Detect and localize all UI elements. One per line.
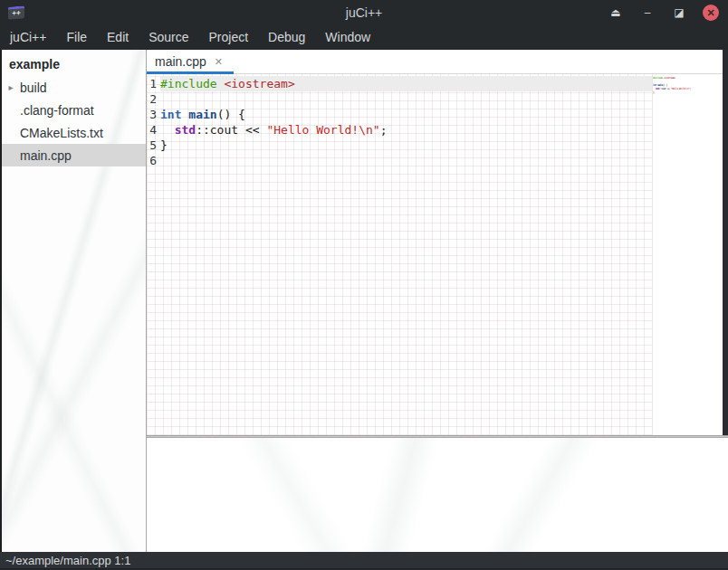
menu-item-window[interactable]: Window [315,25,380,50]
line-number: 2 [147,91,160,107]
token-namespace: std [175,123,196,137]
status-bar: ~/example/main.cpp 1:1 [0,552,728,570]
menu-item-edit[interactable]: Edit [97,25,139,50]
content-area: example ▸build.clang-formatCMakeLists.tx… [0,50,728,552]
tree-item-label: CMakeLists.txt [20,126,103,140]
code-line: 5} [147,138,652,153]
tab-label: main.cpp [155,54,206,69]
close-icon: ✕ [706,7,714,19]
token-plain: ; [690,87,691,90]
minimap-line [653,94,723,98]
code-line: 4 std::cout << "Hello World!\n"; [147,122,652,138]
tree-item-build[interactable]: ▸build [2,76,146,99]
line-text [160,153,652,168]
tab-main-cpp[interactable]: main.cpp✕ [147,50,234,73]
menu-item-juci[interactable]: juCi++ [0,25,56,50]
window-controls: ⏏–◪✕ [608,0,719,25]
token-preproc: #include [160,77,217,90]
line-text: } [160,138,652,153]
expander-icon[interactable]: ▸ [2,82,20,92]
minimize-button[interactable]: – [639,5,656,21]
token-plain: << [238,123,266,137]
minimize-icon: – [645,6,651,19]
token-plain: :: [196,123,210,137]
main-panel: main.cpp✕ 1#include <iostream>23int main… [147,50,728,552]
token-preproc: #include [653,76,662,80]
code-editor[interactable]: 1#include <iostream>23int main() {4 std:… [147,74,652,435]
token-plain: } [160,138,168,152]
line-text: std::cout << "Hello World!\n"; [160,122,652,138]
line-number: 4 [147,122,160,138]
shade-icon: ⏏ [610,6,620,19]
tree-item-label: .clang-format [20,103,94,118]
code-line: 1#include <iostream> [147,76,652,91]
code-line: 2 [147,91,652,107]
minimap[interactable]: #include <iostream>int main() { std::cou… [652,74,723,435]
token-string: "Hello World!\n" [266,123,379,137]
line-text: int main() { [160,107,652,122]
window-titlebar: ++ juCi++ ⏏–◪✕ [0,0,728,25]
token-keyword: int [160,108,181,121]
tree-item-main-cpp[interactable]: main.cpp [2,144,146,166]
sidebar: example ▸build.clang-formatCMakeLists.tx… [2,50,147,552]
menu-item-file[interactable]: File [56,25,97,50]
token-plain: } [653,90,654,94]
line-number: 3 [147,107,160,122]
maximize-icon: ◪ [674,6,684,19]
status-text: ~/example/main.cpp 1:1 [5,554,130,567]
tree-item-label: main.cpp [20,148,72,163]
maximize-button[interactable]: ◪ [671,5,687,21]
menubar: juCi++FileEditSourceProjectDebugWindow [0,25,728,50]
token-plain: () { [217,108,245,121]
project-name: example [2,50,146,76]
line-number: 6 [147,153,160,168]
code-line: 3int main() { [147,107,652,122]
token-plain: ; [380,123,388,137]
editor-scrollbar[interactable] [723,50,728,435]
tab-close-icon[interactable]: ✕ [215,56,223,68]
token-incfile: <iostream> [224,77,294,90]
line-text: #include <iostream> [160,76,652,91]
tree-item-label: build [20,81,47,95]
token-function: main [188,108,216,121]
shade-button[interactable]: ⏏ [608,5,624,21]
tab-bar: main.cpp✕ [147,50,723,74]
menu-item-project[interactable]: Project [199,25,259,50]
line-number: 5 [147,138,160,153]
editor-region: 1#include <iostream>23int main() {4 std:… [147,74,723,435]
terminal-panel[interactable] [147,438,728,552]
tree-item-cmakelists-txt[interactable]: CMakeLists.txt [2,121,146,144]
line-text [160,91,652,107]
token-plain: cout [210,123,238,137]
menu-item-debug[interactable]: Debug [258,25,315,50]
line-number: 1 [147,76,160,91]
token-string: "Hello World!\n" [671,87,690,90]
file-tree: ▸build.clang-formatCMakeLists.txtmain.cp… [2,76,146,166]
code-line: 6 [147,153,652,168]
close-button[interactable]: ✕ [703,5,719,21]
token-incfile: <iostream> [664,76,675,80]
app-icon: ++ [8,5,24,19]
tree-item-clang-format[interactable]: .clang-format [2,99,146,121]
token-plain [160,123,175,137]
menu-item-source[interactable]: Source [139,25,198,50]
